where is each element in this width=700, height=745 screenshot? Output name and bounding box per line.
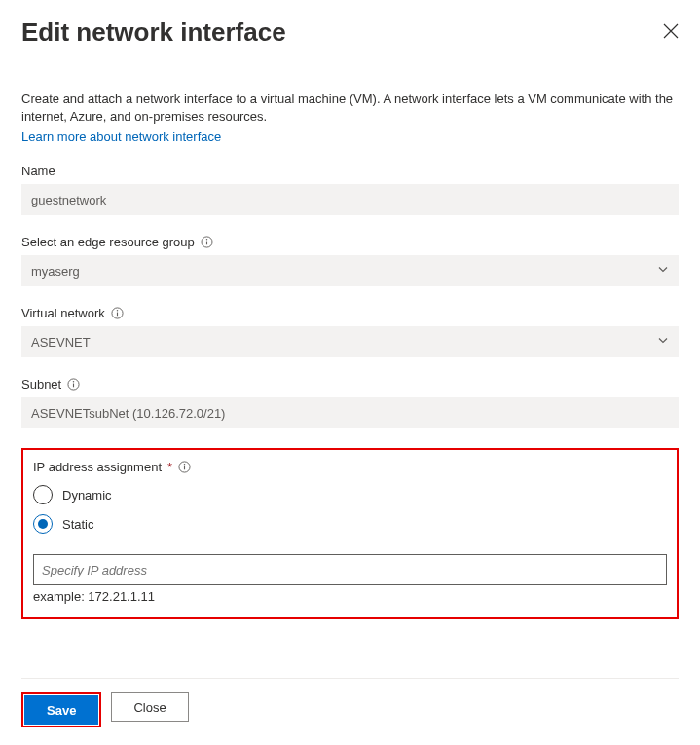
panel-header: Edit network interface [21, 18, 679, 48]
svg-point-4 [117, 310, 118, 311]
ip-assignment-section: IP address assignment * Dynamic Static e… [21, 448, 679, 619]
svg-rect-11 [184, 466, 185, 470]
ip-example-text: example: 172.21.1.11 [33, 589, 667, 604]
field-name: Name [21, 164, 679, 215]
svg-rect-5 [117, 313, 118, 317]
ip-assignment-label: IP address assignment [33, 460, 162, 474]
svg-rect-8 [73, 384, 74, 388]
required-indicator: * [167, 460, 172, 474]
radio-static[interactable]: Static [33, 509, 667, 539]
close-icon[interactable] [663, 23, 679, 39]
subnet-input[interactable] [21, 397, 679, 428]
svg-rect-2 [206, 242, 207, 245]
radio-dynamic-label: Dynamic [62, 488, 112, 503]
ip-address-input[interactable] [33, 554, 667, 585]
intro-description: Create and attach a network interface to… [21, 91, 679, 126]
name-input[interactable] [21, 184, 679, 215]
close-button[interactable]: Close [111, 692, 188, 722]
radio-dynamic[interactable]: Dynamic [33, 480, 667, 509]
save-button[interactable]: Save [24, 695, 98, 725]
resource-group-select[interactable] [21, 255, 679, 286]
panel-title: Edit network interface [21, 18, 286, 48]
learn-more-link[interactable]: Learn more about network interface [21, 130, 221, 144]
svg-point-7 [73, 381, 74, 382]
radio-static-label: Static [62, 517, 94, 532]
svg-point-1 [206, 239, 207, 240]
info-icon[interactable] [201, 236, 213, 248]
info-icon[interactable] [111, 307, 124, 319]
vnet-select[interactable] [21, 326, 679, 357]
svg-point-10 [184, 464, 185, 465]
info-icon[interactable] [178, 461, 191, 473]
vnet-label: Virtual network [21, 306, 105, 320]
subnet-label: Subnet [21, 377, 61, 391]
field-subnet: Subnet [21, 377, 679, 428]
footer: Save Close [21, 678, 679, 727]
info-icon[interactable] [67, 378, 80, 391]
resource-group-label: Select an edge resource group [21, 235, 195, 249]
field-vnet: Virtual network [21, 306, 679, 357]
field-resource-group: Select an edge resource group [21, 235, 679, 286]
radio-icon [33, 514, 53, 534]
save-highlight: Save [21, 692, 101, 727]
name-label: Name [21, 164, 679, 178]
radio-icon [33, 485, 53, 504]
